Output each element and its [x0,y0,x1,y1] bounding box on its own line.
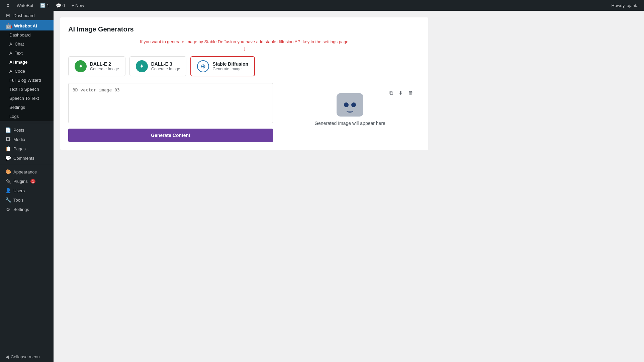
posts-icon: 📄 [5,127,11,133]
dashboard-icon: ⊞ [5,13,11,18]
sidebar-item-sub-speech-to-text[interactable]: Speech To Text [0,94,54,103]
sub-text-to-speech-label: Text To Speech [9,87,39,92]
robot-icon [337,93,363,117]
sidebar-item-appearance[interactable]: 🎨 Appearance [0,167,54,176]
comments-count: 0 [63,3,65,8]
sidebar-item-users[interactable]: 👤 Users [0,186,54,195]
new-label: + New [72,3,84,8]
posts-label: Posts [13,128,24,133]
sub-logs-label: Logs [9,114,19,119]
sidebar-item-settings[interactable]: ⚙ Settings [0,205,54,214]
generator-stable-diffusion[interactable]: ⊕ Stable Diffusion Generate Image [190,56,255,76]
wp-icon: ⚙ [6,3,10,8]
sub-ai-chat-label: AI Chat [9,42,24,47]
prompt-textarea[interactable] [68,83,273,123]
warning-text: If you want to generate image by Stable … [140,39,348,44]
sidebar: ⊞ Dashboard 🤖 Writebot AI Dashboard AI C… [0,11,54,362]
collapse-menu-button[interactable]: ◀ Collapse menu [0,352,54,362]
sub-full-blog-label: Full Blog Wizard [9,78,41,83]
sub-ai-image-label: AI Image [9,60,27,65]
action-icons: ⧉ ⬇ 🗑 [388,88,415,97]
sidebar-item-sub-ai-text[interactable]: AI Text [0,49,54,58]
settings-icon: ⚙ [5,207,11,212]
users-icon: 👤 [5,188,11,193]
settings-label: Settings [13,207,29,212]
new-content-link[interactable]: + New [68,0,87,11]
robot-mouth [347,110,353,113]
sub-ai-text-label: AI Text [9,51,23,56]
plugins-label: Plugins [13,179,28,184]
sidebar-item-media[interactable]: 🖼 Media [0,135,54,144]
collapse-menu-label: Collapse menu [11,354,40,359]
sidebar-item-sub-ai-chat[interactable]: AI Chat [0,40,54,49]
writebot-submenu: Dashboard AI Chat AI Text AI Image AI Co… [0,30,54,121]
left-col: Generate Content [68,83,273,142]
sidebar-item-sub-full-blog[interactable]: Full Blog Wizard [0,76,54,85]
main-layout: ⊞ Dashboard 🤖 Writebot AI Dashboard AI C… [0,11,644,362]
dashboard-top-label: Dashboard [13,13,35,18]
comments-nav-label: Comments [13,156,34,161]
appearance-icon: 🎨 [5,169,11,174]
two-col-layout: Generate Content ⧉ ⬇ 🗑 [68,83,420,142]
site-name-link[interactable]: WriteBot [13,0,37,11]
dalle2-sub: Generate Image [90,67,119,71]
sidebar-item-writebot-ai[interactable]: 🤖 Writebot AI [0,20,54,30]
sidebar-item-sub-logs[interactable]: Logs [0,112,54,121]
dalle3-sub: Generate Image [151,67,180,71]
robot-face [344,102,356,107]
sidebar-item-sub-ai-code[interactable]: AI Code [0,67,54,76]
pages-label: Pages [13,146,26,151]
dalle3-icon: ✦ [136,60,148,72]
copy-button[interactable]: ⧉ [388,89,394,97]
main-card: AI Image Generators If you want to gener… [60,17,428,150]
updates-link[interactable]: 🔄 1 [37,0,53,11]
sidebar-item-sub-dashboard[interactable]: Dashboard [0,30,54,40]
generate-button[interactable]: Generate Content [68,129,273,142]
media-label: Media [13,137,25,142]
sidebar-item-sub-settings[interactable]: Settings [0,103,54,112]
sub-settings-label: Settings [9,105,25,110]
comments-link[interactable]: 💬 0 [53,0,68,11]
sidebar-item-plugins[interactable]: 🔌 Plugins 1 [0,176,54,186]
generator-dalle3[interactable]: ✦ DALL-E 3 Generate Image [129,56,187,76]
preview-label: Generated Image will appear here [314,121,385,126]
site-name-label: WriteBot [17,3,33,8]
sidebar-item-sub-ai-image[interactable]: AI Image [0,58,54,67]
sidebar-item-pages[interactable]: 📋 Pages [0,144,54,153]
writebot-icon: 🤖 [5,23,12,29]
sidebar-item-dashboard-top[interactable]: ⊞ Dashboard [0,11,54,20]
dalle2-name: DALL-E 2 [90,61,119,67]
writebot-label: Writebot AI [14,23,37,28]
right-col: ⧉ ⬇ 🗑 [280,83,420,142]
download-button[interactable]: ⬇ [397,88,404,97]
sidebar-item-comments[interactable]: 💬 Comments [0,153,54,163]
pages-icon: 📋 [5,146,11,151]
stable-name: Stable Diffusion [212,61,248,67]
sidebar-item-sub-text-to-speech[interactable]: Text To Speech [0,85,54,94]
comments-icon: 💬 [56,3,61,8]
image-preview-area: Generated Image will appear here [314,86,385,133]
generator-dalle2[interactable]: ✦ DALL-E 2 Generate Image [68,56,125,76]
sidebar-item-posts[interactable]: 📄 Posts [0,125,54,135]
plugins-icon: 🔌 [5,178,11,184]
wp-logo[interactable]: ⚙ [3,0,13,11]
page-title: AI Image Generators [68,25,420,33]
robot-eye-right [351,102,356,107]
warning-arrow-icon: ↓ [68,45,420,52]
warning-banner: If you want to generate image by Stable … [68,39,420,52]
tools-icon: 🔧 [5,197,11,203]
stable-sub: Generate Image [212,67,248,71]
sidebar-item-tools[interactable]: 🔧 Tools [0,195,54,205]
comments-nav-icon: 💬 [5,155,11,161]
updates-count: 1 [47,3,49,8]
generators-row: ✦ DALL-E 2 Generate Image ✦ DALL-E 3 Gen… [68,56,420,76]
delete-button[interactable]: 🗑 [407,89,415,97]
plugins-badge: 1 [30,179,36,184]
admin-bar: ⚙ WriteBot 🔄 1 💬 0 + New Howdy, ajanta [0,0,644,11]
dalle3-name: DALL-E 3 [151,61,180,67]
content-area: AI Image Generators If you want to gener… [54,11,644,362]
appearance-label: Appearance [13,169,37,174]
tools-label: Tools [13,198,23,203]
stable-diffusion-icon: ⊕ [197,60,209,72]
dalle2-icon: ✦ [75,60,87,72]
